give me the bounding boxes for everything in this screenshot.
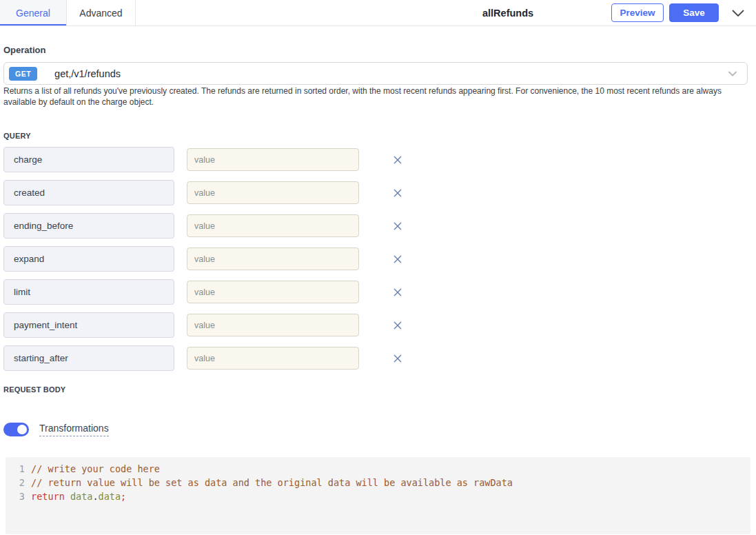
page-title: allRefunds: [482, 0, 533, 26]
delete-row-button[interactable]: [391, 285, 405, 299]
close-icon: [392, 353, 403, 364]
method-badge: GET: [9, 67, 37, 81]
delete-row-button[interactable]: [391, 352, 405, 365]
collapse-chevron-icon[interactable]: [728, 6, 748, 20]
query-key-input[interactable]: [3, 246, 174, 272]
close-icon: [392, 154, 403, 165]
query-value-input[interactable]: [187, 314, 359, 336]
query-value-input[interactable]: [187, 214, 359, 237]
header-actions: Preview Save: [611, 0, 756, 26]
query-key-input[interactable]: [3, 147, 174, 172]
tab-general-label: General: [16, 8, 50, 19]
operation-label: Operation: [3, 45, 748, 55]
query-value-input[interactable]: [187, 181, 359, 204]
save-button[interactable]: Save: [669, 3, 719, 22]
tab-advanced[interactable]: Advanced: [67, 0, 136, 26]
query-row: [3, 279, 748, 305]
transformations-row: Transformations: [3, 423, 748, 436]
delete-row-button[interactable]: [391, 186, 405, 200]
query-value-input[interactable]: [187, 281, 359, 303]
line-number: 2: [6, 476, 25, 489]
preview-button[interactable]: Preview: [611, 3, 664, 22]
code-line: 2 // return value will be set as data an…: [6, 476, 750, 489]
delete-row-button[interactable]: [391, 252, 405, 266]
operation-description: Returns a list of all refunds you've pre…: [3, 86, 748, 108]
query-key-input[interactable]: [3, 312, 174, 338]
toggle-knob: [17, 425, 27, 434]
query-row: [3, 312, 748, 338]
tab-general[interactable]: General: [0, 0, 67, 26]
code-editor[interactable]: 1 // write your code here 2 // return va…: [6, 457, 750, 534]
transformations-toggle[interactable]: [3, 423, 29, 436]
query-row: [3, 213, 748, 239]
close-icon: [392, 287, 403, 298]
query-row: [3, 147, 748, 172]
code-line: 1 // write your code here: [6, 462, 750, 476]
close-icon: [392, 320, 403, 331]
query-value-input[interactable]: [187, 148, 359, 171]
chevron-down-icon: [726, 69, 739, 79]
delete-row-button[interactable]: [391, 219, 405, 233]
tab-advanced-label: Advanced: [79, 8, 122, 19]
code-text: // write your code here: [31, 462, 160, 476]
query-value-input[interactable]: [187, 248, 359, 270]
close-icon: [392, 254, 403, 265]
query-rows: [3, 147, 748, 371]
query-key-input[interactable]: [3, 213, 174, 239]
code-line: 3 return data.data;: [6, 489, 750, 503]
query-section-label: QUERY: [3, 132, 748, 141]
delete-row-button[interactable]: [391, 319, 405, 332]
query-row: [3, 246, 748, 272]
close-icon: [392, 188, 403, 199]
code-text: // return value will be set as data and …: [31, 476, 513, 489]
operation-value: get,/v1/refunds: [54, 68, 121, 79]
delete-row-button[interactable]: [391, 153, 405, 167]
query-key-input[interactable]: [3, 345, 174, 371]
header: General Advanced allRefunds Preview Save: [0, 0, 756, 26]
query-key-input[interactable]: [3, 279, 174, 305]
transformations-label[interactable]: Transformations: [39, 423, 109, 436]
query-key-input[interactable]: [3, 180, 174, 205]
operation-select[interactable]: GET get,/v1/refunds: [3, 62, 748, 85]
query-value-input[interactable]: [187, 347, 359, 370]
request-body-section-label: REQUEST BODY: [3, 385, 748, 394]
query-row: [3, 180, 748, 205]
close-icon: [392, 221, 403, 232]
main-content: Operation GET get,/v1/refunds Returns a …: [0, 45, 756, 534]
code-text: return data.data;: [31, 489, 126, 503]
line-number: 3: [6, 489, 25, 503]
query-row: [3, 345, 748, 371]
line-number: 1: [6, 462, 25, 476]
